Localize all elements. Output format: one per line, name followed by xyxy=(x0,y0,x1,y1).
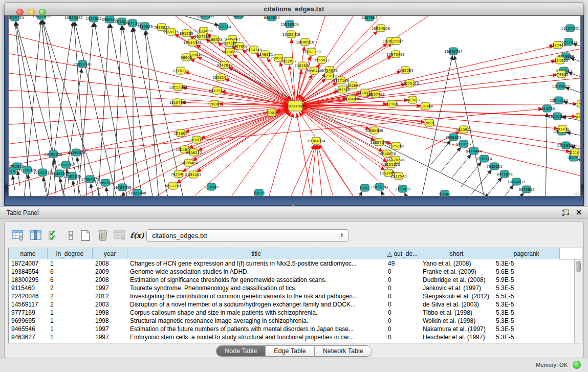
scrollbar-thumb[interactable] xyxy=(576,261,581,272)
table-cell[interactable]: 0 xyxy=(385,276,420,284)
network-view[interactable]: 1405572420691406106532671527602696616010… xyxy=(9,16,580,196)
table-cell[interactable]: 9699695 xyxy=(9,317,48,325)
table-cell[interactable]: 18300295 xyxy=(9,276,48,284)
table-cell[interactable]: Genome-wide association studies in ADHD. xyxy=(127,268,385,276)
table-cell[interactable]: Hescheler et al. (1997) xyxy=(420,333,493,341)
memory-status-indicator[interactable] xyxy=(573,361,581,369)
table-cell[interactable]: 1 xyxy=(48,317,93,325)
table-cell[interactable]: 0 xyxy=(385,317,420,325)
table-cell[interactable]: 1997 xyxy=(93,284,127,292)
table-cell[interactable]: 9777169 xyxy=(9,309,48,317)
table-cell[interactable]: Wolkin et al. (1998) xyxy=(420,317,493,325)
table-cell[interactable]: 49 xyxy=(385,259,420,268)
window-titlebar[interactable]: citations_edges.txt xyxy=(4,2,584,15)
table-row[interactable]: 946554611997Estimation of the future num… xyxy=(9,325,582,333)
table-cell[interactable]: 5.9E-5 xyxy=(493,276,560,284)
table-cell[interactable]: 9465546 xyxy=(9,325,48,333)
table-cell[interactable]: 9463627 xyxy=(9,333,48,341)
table-cell[interactable]: 5.3E-5 xyxy=(493,309,560,317)
table-cell[interactable]: 5.6E-5 xyxy=(493,268,560,276)
table-cell[interactable]: 9115460 xyxy=(9,284,48,292)
table-cell[interactable]: 6 xyxy=(48,268,93,276)
table-cell[interactable]: Estimation of significance thresholds fo… xyxy=(127,276,385,284)
table-row[interactable]: 969969511998Structural magnetic resonanc… xyxy=(9,317,582,325)
graph-canvas[interactable]: 1405572420691406106532671527602696616010… xyxy=(8,15,581,196)
table-cell[interactable]: 0 xyxy=(385,268,420,276)
table-cell[interactable]: Embryonic stem cells: a model to study s… xyxy=(127,333,385,341)
canvas-resize-grip[interactable] xyxy=(574,189,579,195)
table-cell[interactable]: 2012 xyxy=(93,292,127,300)
table-cell[interactable]: 5.3E-5 xyxy=(493,317,560,325)
table-cell[interactable]: 1 xyxy=(48,333,93,341)
table-cell[interactable]: 0 xyxy=(385,292,420,300)
tab-network-table[interactable]: Network Table xyxy=(315,346,372,356)
table-cell[interactable]: 0 xyxy=(385,309,420,317)
delete-table-icon[interactable] xyxy=(96,228,110,243)
column-header-title[interactable]: title xyxy=(127,248,385,259)
table-cell[interactable]: 5.5E-5 xyxy=(493,292,560,300)
table-cell[interactable]: 18724007 xyxy=(9,259,48,268)
column-header-name[interactable]: name xyxy=(9,248,48,259)
column-header-pagerank[interactable]: pagerank xyxy=(493,248,560,259)
table-cell[interactable]: Franke et al. (2009) xyxy=(420,268,493,276)
table-cell[interactable]: Estimation of the future numbers of pati… xyxy=(127,325,385,333)
table-row[interactable]: 1938455462009Genome-wide association stu… xyxy=(9,268,582,276)
close-panel-icon[interactable]: ✕ xyxy=(576,208,582,216)
table-cell[interactable]: 2003 xyxy=(93,300,127,309)
table-cell[interactable]: 5.3E-5 xyxy=(493,300,560,309)
select-columns-icon[interactable] xyxy=(47,228,61,243)
table-cell[interactable]: Corpus callosum shape and size in male p… xyxy=(127,309,385,317)
table-cell[interactable]: Jankovic et al. (1997) xyxy=(420,284,493,292)
table-cell[interactable]: 5.3E-5 xyxy=(493,259,560,268)
table-cell[interactable]: 1997 xyxy=(93,333,127,341)
table-row[interactable]: 2242004622012Investigating the contribut… xyxy=(9,292,582,300)
function-builder-icon[interactable]: f(x) xyxy=(130,228,144,243)
table-cell[interactable]: 1998 xyxy=(93,309,127,317)
table-cell[interactable]: 1997 xyxy=(93,325,127,333)
column-header-out_de[interactable]: △ out_de... xyxy=(385,248,420,259)
table-cell[interactable]: 6 xyxy=(48,276,93,284)
table-cell[interactable]: 0 xyxy=(385,333,420,341)
table-cell[interactable]: Disruption of a novel member of a sodium… xyxy=(127,300,385,309)
table-cell[interactable]: 5.3E-5 xyxy=(493,333,560,341)
table-cell[interactable]: 1 xyxy=(48,309,93,317)
table-cell[interactable]: Structural magnetic resonance image aver… xyxy=(127,317,385,325)
tab-edge-table[interactable]: Edge Table xyxy=(266,346,314,356)
table-cell[interactable]: Nakamura et al. (1997) xyxy=(420,325,493,333)
table-cell[interactable]: 19384554 xyxy=(9,268,48,276)
table-cell[interactable]: 1 xyxy=(48,325,93,333)
column-header-in_degree[interactable]: in_degree xyxy=(48,248,93,259)
table-cell[interactable]: Investigating the contribution of common… xyxy=(127,292,385,300)
table-cell[interactable]: 5.3E-5 xyxy=(493,325,560,333)
table-cell[interactable]: 2 xyxy=(48,284,93,292)
column-header-year[interactable]: year xyxy=(93,248,127,259)
table-row[interactable]: 1456911722003Disruption of a novel membe… xyxy=(9,300,582,309)
table-cell[interactable]: 2 xyxy=(48,292,93,300)
import-table-icon-disabled[interactable] xyxy=(113,228,127,243)
float-panel-icon[interactable] xyxy=(562,209,570,216)
table-cell[interactable]: 2 xyxy=(48,300,93,309)
table-selector-dropdown[interactable]: citations_edges.txt ▲▼ xyxy=(146,229,349,242)
table-cell[interactable]: 2008 xyxy=(93,276,127,284)
table-row[interactable]: 946362711997Embryonic stem cells: a mode… xyxy=(9,333,582,341)
table-cell[interactable]: Changes of HCN gene expression and I(f) … xyxy=(127,259,385,268)
table-cell[interactable]: 1998 xyxy=(93,317,127,325)
table-cell[interactable]: 14569117 xyxy=(9,300,48,309)
table-cell[interactable]: 0 xyxy=(385,300,420,309)
table-row[interactable]: 977716911998Corpus callosum shape and si… xyxy=(9,309,582,317)
table-cell[interactable]: Stergiakouli et al. (2012) xyxy=(420,292,493,300)
table-cell[interactable]: 2009 xyxy=(93,268,127,276)
table-cell[interactable]: Tourette syndrome. Phenomenology and cla… xyxy=(127,284,385,292)
table-panel-header[interactable]: Table Panel ✕ xyxy=(0,206,588,218)
table-row[interactable]: 1830029562008Estimation of significance … xyxy=(9,276,582,284)
table-cell[interactable]: Yano et al. (2008) xyxy=(420,259,493,268)
table-cell[interactable]: 2008 xyxy=(93,259,127,268)
column-header-short[interactable]: short xyxy=(420,248,493,259)
table-cell[interactable]: 5.3E-5 xyxy=(493,284,560,292)
row-height-icon[interactable] xyxy=(64,228,78,243)
table-cell[interactable]: 0 xyxy=(385,325,420,333)
vertical-scrollbar[interactable] xyxy=(574,259,582,343)
table-cell[interactable]: 22420046 xyxy=(9,292,48,300)
table-row[interactable]: 911546021997Tourette syndrome. Phenomeno… xyxy=(9,284,582,292)
table-cell[interactable]: 1 xyxy=(48,259,93,268)
